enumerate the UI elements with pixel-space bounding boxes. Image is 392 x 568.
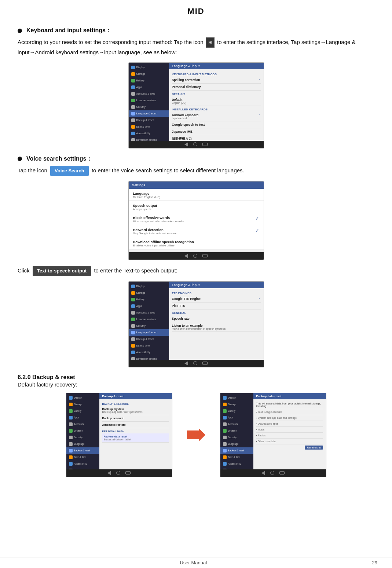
backup-after-warn: This will erase all data from your table… [256,401,323,409]
kbd-sidebar-accessibility: Accessibility [129,130,169,137]
backup-after-main: Factory data reset This will erase all d… [253,393,326,477]
backup-after-sidebar-date: Date & time [220,454,253,461]
backup-after-sidebar-accessibility: Accessibility [220,461,253,467]
tts-sidebar-security: Security [129,323,169,329]
tts-nav-bar [169,360,264,367]
voice-item-language: Language Default: English (US) [129,189,264,201]
backup-nav-recent-icon [125,471,131,474]
voice-screenshot-container: Settings Language Default: English (US) … [18,181,374,260]
voice-item-block: ✓ Block offensive words Hide recognised … [129,213,264,225]
tts-sidebar: Display Storage Battery Apps Accounts & … [129,282,169,367]
backup-after-nav-home-icon [270,471,274,475]
kbd-item-japanese: Japanese IME [172,128,261,135]
reset-tablet-button[interactable]: Reset tablet [305,446,323,450]
nav-back-icon [184,142,188,147]
kbd-main-content: KEYBOARD & INPUT METHODS ✓ Spelling corr… [169,69,264,148]
backup-after-sidebar: Display Storage Battery Apps Accounts [220,393,253,477]
tts-item-listen: Listen to an example Play a short demons… [172,322,261,332]
backup-item-auto-restore: Automatic restore [102,422,169,428]
voice-search-button: Voice Search [50,166,89,176]
kbd-main: Language & input KEYBOARD & INPUT METHOD… [169,63,264,148]
tts-sidebar-location: Location services [129,316,169,323]
backup-after-sidebar-security: Security [220,434,253,441]
kbd-sidebar-location: Location services [129,97,169,104]
backup-after-sidebar-storage: Storage [220,401,253,408]
svg-marker-0 [187,428,205,441]
kbd-sidebar-language: Language & input [129,110,169,117]
backup-sidebar-battery: Battery [66,408,99,414]
tts-item-pico: Pico TTS [172,303,261,309]
kbd-main-header: Language & input [169,63,264,69]
backup-after-sidebar-battery: Battery [220,408,253,414]
backup-after-screenshot: Display Storage Battery Apps Accounts [220,393,326,477]
kbd-item-spelling: ✓ Spelling correction [172,77,261,84]
section2-text1: Tap the icon [18,167,47,173]
backup-before-screenshot: Display Storage Battery Apps Accounts [66,393,172,477]
tts-screenshot-container: Display Storage Battery Apps Accounts & … [18,281,374,367]
voice-nav-back-icon [184,254,188,258]
backup-item-factory: Factory data reset Erases all data on ta… [102,433,169,443]
kbd-item-google-speech: Google speech-to-text [172,121,261,128]
backup-before-main: Backup & reset BACKUP & RESTORE Back up … [99,393,172,477]
tts-nav-home-icon [193,361,197,365]
backup-sidebar-accounts: Accounts [66,421,99,428]
kbd-sidebar-display: Display [129,64,169,71]
kbd-sidebar: Display Storage Battery Apps Accounts & … [129,63,169,148]
backup-after-nav-recent-icon [279,471,285,474]
section1-paragraph: According to your needs to set the corre… [18,37,374,57]
backup-item-account: Backup account [102,415,169,422]
kbd-sidebar-apps: Apps [129,84,169,91]
voice-items-list: Language Default: English (US) Speech ou… [129,189,264,249]
tts-section-engines: TTS ENGINES [172,290,261,296]
backup-after-header: Factory data reset [253,393,326,399]
section2-title: Voice search settings： [26,155,92,163]
tts-item-speech-rate: Speech rate [172,315,261,322]
backup-after-item6: • Other user data [256,439,323,444]
backup-after-item4: • Music [256,427,323,433]
backup-subtitle: Default factory recovery: [18,381,374,388]
page-title: MID [0,0,392,20]
keyboard-icon-box: ⊞ [206,37,215,48]
voice-item-hotword: ✓ Hotword detection Say Google to launch… [129,225,264,237]
bullet-icon [18,29,22,33]
section3-text1: Click [18,267,30,274]
backup-after-nav-back-icon [261,471,265,475]
header-title: MID [187,7,204,16]
backup-screenshots-container: Display Storage Battery Apps Accounts [18,393,374,477]
tts-sidebar-display: Display [129,283,169,290]
backup-before-sidebar: Display Storage Battery Apps Accounts [66,393,99,477]
tts-sidebar-date: Date & time [129,342,169,349]
tts-main: Language & input TTS ENGINES ✓ Google TT… [169,282,264,367]
page-footer: User Manual 29 [0,557,392,568]
kbd-screenshot-container: Display Storage Battery Apps Accounts & … [18,62,374,149]
kbd-section-keyboard: KEYBOARD & INPUT METHODS [172,71,261,77]
voice-nav-bar [129,252,264,260]
tts-nav-recent-icon [202,362,208,365]
backup-personal-section: PERSONAL DATA [102,428,169,433]
section2-text2: to enter the voice search settings to se… [92,167,244,173]
backup-after-sidebar-location: Location [220,428,253,434]
backup-section-title: BACKUP & RESTORE [102,401,169,406]
kbd-sidebar-storage: Storage [129,71,169,77]
backup-sidebar-apps: Apps [66,414,99,421]
section1-title: Keyboard and input settings： [26,27,111,34]
backup-after-sidebar-apps: Apps [220,414,253,421]
section3-paragraph: Click Text-to-speech output to enter the… [18,266,374,276]
backup-after-sidebar-backup: Backup & reset [220,447,253,454]
voice-nav-recent-icon [202,254,208,257]
backup-section: 6.2.0 Backup & reset Default factory rec… [18,374,374,388]
arrow-icon [187,428,205,441]
backup-nav-home-icon [116,471,120,475]
kbd-item-personal-dict: Personal dictionary [172,84,261,91]
backup-after-nav [253,469,326,477]
backup-after-item2: • System and app data and settings [256,415,323,421]
backup-sidebar-backup: Backup & reset [66,447,99,454]
tts-sidebar-storage: Storage [129,290,169,296]
kbd-nav-bar [169,141,264,148]
kbd-item-default: Default English (US) [172,96,261,106]
backup-sidebar-date: Date & time [66,454,99,461]
tts-sidebar-apps: Apps [129,303,169,309]
tts-sidebar-backup: Backup & reset [129,336,169,342]
backup-sidebar-language: Language [66,441,99,447]
backup-nav-back-icon [107,471,111,475]
